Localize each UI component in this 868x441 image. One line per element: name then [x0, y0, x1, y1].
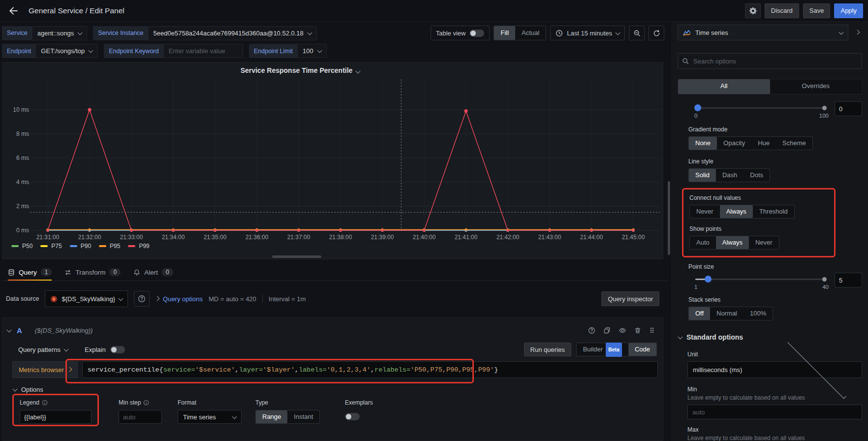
datasource-picker[interactable]: ${DS_SkyWalking} — [45, 290, 128, 307]
legend-item-p99[interactable]: P99 — [128, 243, 149, 250]
legend-item-p90[interactable]: P90 — [70, 243, 91, 250]
fill-opacity-slider[interactable]: 0 100 — [695, 104, 825, 111]
run-queries-button[interactable]: Run queries — [524, 343, 571, 356]
service-instance-value-dropdown[interactable]: 5eed0e5758a244aca6e7699415d360aa@10.52.0… — [149, 26, 317, 40]
type-instant-option[interactable]: Instant — [287, 410, 319, 423]
exemplars-label: Exemplars — [345, 399, 373, 406]
drag-handle-icon[interactable] — [649, 327, 655, 334]
tab-query[interactable]: Query 1 — [8, 264, 52, 281]
legend-input[interactable] — [20, 410, 92, 424]
stack-normal-option[interactable]: Normal — [710, 307, 744, 320]
line-solid-option[interactable]: Solid — [689, 169, 716, 182]
stack-off-option[interactable]: Off — [689, 307, 710, 320]
gradient-scheme-option[interactable]: Scheme — [776, 137, 812, 150]
min-input[interactable] — [687, 405, 862, 419]
panel-settings-button[interactable] — [745, 3, 761, 18]
tab-transform[interactable]: Transform 0 — [64, 264, 121, 281]
actual-option[interactable]: Actual — [515, 26, 546, 40]
panel-resize-handle[interactable] — [272, 255, 321, 258]
explain-toggle[interactable] — [110, 346, 125, 353]
info-circle-icon — [42, 400, 48, 406]
zoom-out-button[interactable] — [629, 26, 645, 40]
delete-query-button[interactable] — [634, 327, 641, 334]
unit-block: Unit milliseconds (ms) — [687, 351, 862, 378]
apply-button[interactable]: Apply — [834, 3, 863, 18]
legend-item-p95[interactable]: P95 — [99, 243, 120, 250]
points-never-option[interactable]: Never — [749, 236, 779, 249]
slider-handle[interactable] — [694, 104, 701, 111]
code-mode-option[interactable]: Code — [628, 343, 656, 356]
builder-mode-option[interactable]: BuilderBeta — [577, 343, 628, 357]
type-field: Type Range Instant — [255, 399, 320, 424]
query-patterns-dropdown[interactable]: Query patterns — [18, 346, 68, 353]
service-value-dropdown[interactable]: agent::songs — [32, 26, 87, 40]
endpoint-value-dropdown[interactable]: GET:/songs/top — [36, 44, 98, 58]
chevron-down-icon — [307, 30, 312, 35]
line-dots-option[interactable]: Dots — [744, 169, 770, 182]
legend-label: P95 — [110, 243, 120, 250]
discard-button[interactable]: Discard — [765, 3, 799, 18]
tab-overrides[interactable]: Overrides — [770, 79, 862, 94]
chevron-down-icon — [64, 346, 69, 351]
min-step-input[interactable] — [119, 410, 162, 424]
back-button[interactable] — [5, 2, 22, 19]
points-auto-option[interactable]: Auto — [690, 236, 716, 249]
exemplars-toggle[interactable] — [345, 413, 360, 420]
metrics-browser-button[interactable]: Metrics browser — [12, 361, 78, 378]
standard-options-section[interactable]: Standard options — [679, 333, 862, 341]
grafana-edit-panel-screen: General Service / Edit Panel Discard Sav… — [0, 0, 868, 441]
refresh-button[interactable] — [649, 26, 664, 40]
points-always-option[interactable]: Always — [716, 236, 749, 249]
slider-handle[interactable] — [705, 276, 712, 283]
time-series-plot[interactable] — [2, 63, 664, 260]
point-size-value-input[interactable] — [835, 273, 862, 287]
query-token-plain: , — [235, 366, 239, 374]
stack-100-option[interactable]: 100% — [744, 307, 773, 320]
fill-opacity-value-input[interactable] — [835, 101, 862, 116]
options-expander[interactable]: Options — [13, 386, 43, 393]
gradient-hue-option[interactable]: Hue — [751, 137, 776, 150]
editor-mode-controls: Run queries BuilderBeta Code — [524, 343, 657, 356]
slider-min-label: 0 — [694, 113, 697, 119]
query-token-plain: } — [494, 366, 498, 374]
connect-threshold-option[interactable]: Threshold — [753, 205, 794, 218]
format-select[interactable]: Time series — [178, 410, 242, 424]
query-inspector-button[interactable]: Query inspector — [601, 291, 659, 306]
endpoint-keyword-input[interactable] — [164, 44, 243, 58]
type-label: Type — [255, 399, 320, 406]
gradient-mode-switch: None Opacity Hue Scheme — [688, 136, 813, 150]
visualization-picker[interactable]: Time series — [678, 25, 848, 40]
beta-badge: Beta — [606, 343, 622, 357]
fill-option[interactable]: Fill — [494, 26, 515, 40]
tab-alert[interactable]: Alert 0 — [133, 264, 173, 281]
gradient-none-option[interactable]: None — [689, 137, 717, 150]
legend-item-p75[interactable]: P75 — [40, 243, 62, 250]
gradient-opacity-option[interactable]: Opacity — [717, 137, 751, 150]
duplicate-query-button[interactable] — [603, 327, 611, 334]
variables-row-2: Endpoint GET:/songs/top Endpoint Keyword… — [2, 44, 667, 58]
toggle-visibility-button[interactable] — [619, 327, 626, 334]
tab-all[interactable]: All — [678, 79, 770, 94]
point-size-slider[interactable]: 1 40 — [695, 276, 825, 283]
search-options-input[interactable] — [692, 57, 858, 65]
query-token-string: '$service' — [195, 366, 235, 374]
table-view-toggle[interactable] — [469, 30, 484, 37]
query-help-button[interactable] — [588, 327, 595, 334]
connect-never-option[interactable]: Never — [690, 205, 720, 218]
collapse-query-icon[interactable] — [7, 327, 12, 332]
unit-select[interactable]: milliseconds (ms) — [687, 361, 862, 378]
time-range-picker[interactable]: Last 15 minutes — [550, 26, 625, 40]
save-button[interactable]: Save — [803, 3, 831, 18]
max-label: Max — [687, 426, 862, 433]
promql-query-input[interactable]: service_percentile{service='$service', l… — [82, 361, 658, 378]
service-label: Service — [2, 26, 32, 40]
endpoint-limit-dropdown[interactable]: 100 — [298, 44, 327, 58]
query-ref-id[interactable]: A — [17, 326, 22, 335]
query-options-expander[interactable]: Query options — [155, 295, 203, 303]
datasource-help-button[interactable] — [134, 291, 150, 307]
line-dash-option[interactable]: Dash — [716, 169, 744, 182]
collapse-pane-button[interactable] — [852, 32, 862, 34]
type-range-option[interactable]: Range — [256, 410, 287, 423]
legend-item-p50[interactable]: P50 — [11, 243, 32, 250]
connect-always-option[interactable]: Always — [720, 205, 753, 218]
